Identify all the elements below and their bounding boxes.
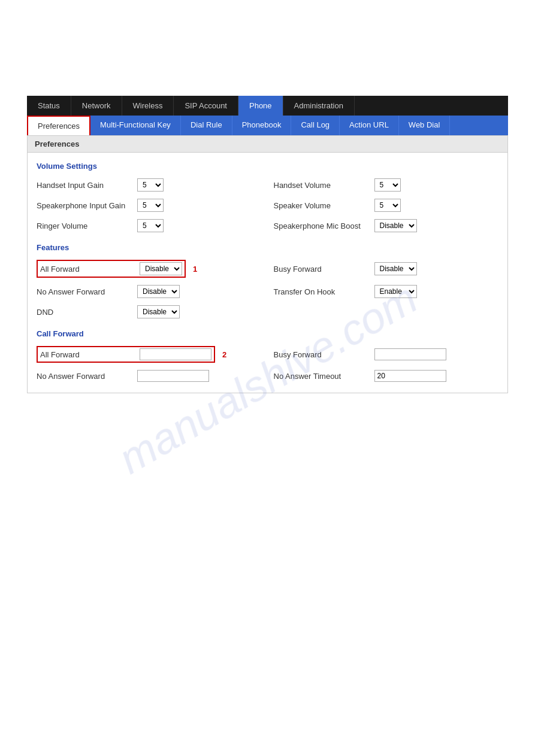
annotation-1: 1 xyxy=(193,265,197,274)
feature-left-label-1: No Answer Forward xyxy=(37,287,132,296)
call-forward-title: Call Forward xyxy=(37,329,498,338)
volume-left-select-2[interactable]: 12345678910 xyxy=(137,219,164,232)
feature-left-select-2[interactable]: DisableEnable xyxy=(137,305,180,318)
cf-right-row-0: Busy Forward xyxy=(274,344,499,365)
volume-left-row-1: Speakerphone Input Gain12345678910 xyxy=(37,197,262,214)
call-forward-section: Call Forward All Forward2Busy ForwardNo … xyxy=(37,329,498,384)
cf-left-highlight-0: All Forward xyxy=(37,346,215,363)
volume-right-select-1[interactable]: 12345678910 xyxy=(374,199,401,212)
sub-nav-item-phonebook[interactable]: Phonebook xyxy=(232,116,292,135)
volume-left-row-0: Handset Input Gain12345678910 xyxy=(37,177,262,193)
cf-left-row-0: All Forward2 xyxy=(37,344,262,365)
top-nav: StatusNetworkWirelessSIP AccountPhoneAdm… xyxy=(27,96,508,116)
volume-right-row-0: Handset Volume12345678910 xyxy=(274,177,499,193)
sub-nav-item-preferences[interactable]: Preferences xyxy=(27,116,90,135)
volume-left-select-1[interactable]: 12345678910 xyxy=(137,199,164,212)
feature-left-select-0[interactable]: DisableEnable xyxy=(140,262,182,275)
top-nav-item-wireless[interactable]: Wireless xyxy=(122,96,174,116)
feature-right-select-0[interactable]: DisableEnable xyxy=(374,262,417,275)
volume-left-row-2: Ringer Volume12345678910 xyxy=(37,217,262,234)
cf-left-input-0[interactable] xyxy=(140,348,211,360)
feature-right-label-1: Transfer On Hook xyxy=(274,287,370,296)
cf-right-input-1[interactable] xyxy=(374,370,446,382)
content-area: Preferences Volume Settings Handset Inpu… xyxy=(27,135,508,393)
feature-right-row-1: Transfer On HookDisableEnable xyxy=(274,283,499,300)
cf-right-label-1: No Answer Timeout xyxy=(274,372,370,381)
cf-left-row-1: No Answer Forward xyxy=(37,368,262,384)
annotation-2: 2 xyxy=(222,350,226,359)
top-nav-item-network[interactable]: Network xyxy=(71,96,122,116)
features-section: Features All ForwardDisableEnable1Busy F… xyxy=(37,243,498,320)
features-grid: All ForwardDisableEnable1Busy ForwardDis… xyxy=(37,258,498,320)
call-forward-grid: All Forward2Busy ForwardNo Answer Forwar… xyxy=(37,344,498,384)
sub-nav: PreferencesMulti-Functional KeyDial Rule… xyxy=(27,116,508,135)
top-nav-item-administration[interactable]: Administration xyxy=(283,96,355,116)
feature-right-label-0: Busy Forward xyxy=(274,265,370,274)
top-nav-item-sip-account[interactable]: SIP Account xyxy=(174,96,238,116)
feature-left-row-1: No Answer ForwardDisableEnable xyxy=(37,283,262,300)
feature-left-label-2: DND xyxy=(37,308,132,317)
sub-nav-item-action-url[interactable]: Action URL xyxy=(340,116,399,135)
feature-right-row-2 xyxy=(274,303,499,320)
cf-left-input-1[interactable] xyxy=(137,370,209,382)
section-header: Preferences xyxy=(28,136,507,153)
feature-left-row-2: DNDDisableEnable xyxy=(37,303,262,320)
features-title: Features xyxy=(37,243,498,252)
volume-settings-grid: Handset Input Gain12345678910Handset Vol… xyxy=(37,177,498,234)
volume-left-label-2: Ringer Volume xyxy=(37,221,132,230)
sub-nav-item-multi-functional-key[interactable]: Multi-Functional Key xyxy=(90,116,181,135)
sub-nav-item-dial-rule[interactable]: Dial Rule xyxy=(181,116,232,135)
volume-settings-title: Volume Settings xyxy=(37,162,498,171)
feature-right-row-0: Busy ForwardDisableEnable xyxy=(274,258,499,280)
feature-left-highlight-0: All ForwardDisableEnable xyxy=(37,260,186,278)
volume-right-label-1: Speaker Volume xyxy=(274,201,370,210)
feature-right-select-1[interactable]: DisableEnable xyxy=(374,285,417,298)
feature-left-label-0: All Forward xyxy=(40,265,136,274)
volume-right-row-2: Speakerphone Mic BoostDisableEnable xyxy=(274,217,499,234)
feature-left-select-1[interactable]: DisableEnable xyxy=(137,285,180,298)
cf-right-label-0: Busy Forward xyxy=(274,350,370,359)
cf-left-label-0: All Forward xyxy=(40,350,136,359)
volume-right-label-2: Speakerphone Mic Boost xyxy=(274,221,370,230)
cf-right-input-0[interactable] xyxy=(374,348,446,360)
page-wrapper: StatusNetworkWirelessSIP AccountPhoneAdm… xyxy=(0,0,535,756)
volume-left-select-0[interactable]: 12345678910 xyxy=(137,178,164,192)
sub-nav-item-web-dial[interactable]: Web Dial xyxy=(399,116,451,135)
cf-right-row-1: No Answer Timeout xyxy=(274,368,499,384)
top-nav-item-status[interactable]: Status xyxy=(27,96,71,116)
top-nav-item-phone[interactable]: Phone xyxy=(238,96,283,116)
cf-left-label-1: No Answer Forward xyxy=(37,372,132,381)
section-body: Volume Settings Handset Input Gain123456… xyxy=(28,153,507,393)
sub-nav-item-call-log[interactable]: Call Log xyxy=(291,116,340,135)
volume-right-select-0[interactable]: 12345678910 xyxy=(374,178,401,192)
volume-right-row-1: Speaker Volume12345678910 xyxy=(274,197,499,214)
volume-left-label-0: Handset Input Gain xyxy=(37,181,132,190)
feature-left-row-0: All ForwardDisableEnable1 xyxy=(37,258,262,280)
volume-right-label-0: Handset Volume xyxy=(274,181,370,190)
volume-right-select-2[interactable]: DisableEnable xyxy=(374,219,417,232)
volume-left-label-1: Speakerphone Input Gain xyxy=(37,201,132,210)
